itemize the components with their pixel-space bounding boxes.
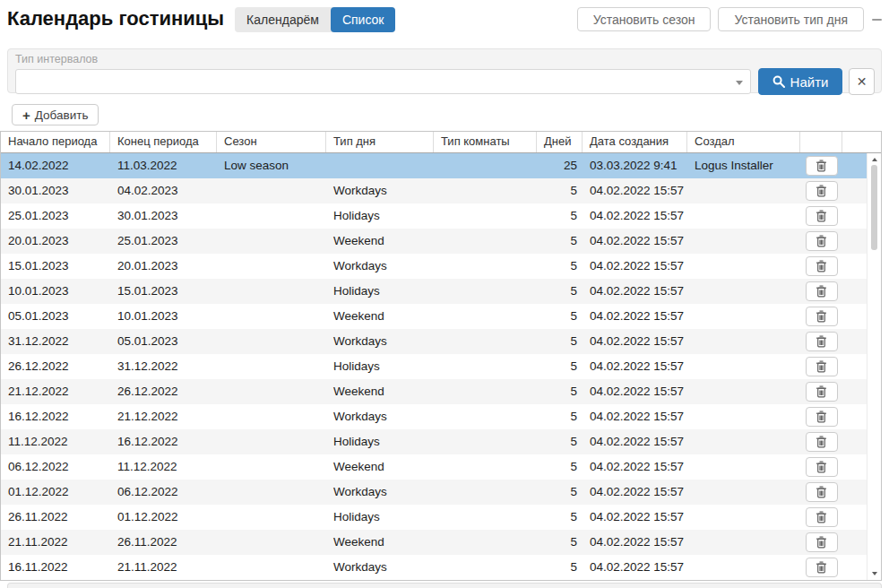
cell-days: 5 [537,530,583,555]
cell-actions [800,379,842,404]
cell-created-at: 04.02.2022 15:57 [583,304,687,329]
cell-end: 06.12.2022 [110,480,217,505]
table-row[interactable]: 16.12.202221.12.2022Workdays504.02.2022 … [1,404,881,429]
cell-days: 5 [537,203,583,229]
vertical-scrollbar[interactable] [867,153,881,580]
cell-end: 16.12.2022 [110,429,217,454]
cell-end: 21.12.2022 [110,404,217,429]
interval-type-select[interactable] [15,69,751,94]
table-row[interactable]: 25.01.202330.01.2023Holidays504.02.2022 … [1,203,881,229]
delete-row-button[interactable] [806,558,838,577]
trash-icon [816,310,827,323]
table-row[interactable]: 14.02.202211.03.2022Low season2503.03.20… [1,153,881,178]
cell-room-type [434,254,537,279]
delete-row-button[interactable] [806,457,838,477]
column-header-room-type[interactable]: Тип комнаты [434,132,537,152]
cell-room-type [434,480,537,505]
triangle-up-icon [872,158,877,161]
set-day-type-button[interactable]: Установить тип дня [718,7,864,31]
cell-day-type: Holidays [326,354,434,379]
delete-row-button[interactable] [806,382,838,402]
view-toggle-calendar[interactable]: Календарём [235,7,331,32]
table-row[interactable]: 26.12.202231.12.2022Holidays504.02.2022 … [1,354,881,379]
table-row[interactable]: 26.11.202201.12.2022Holidays504.02.2022 … [1,505,881,530]
delete-row-button[interactable] [806,357,838,376]
clear-filter-button[interactable]: ✕ [849,68,875,95]
set-season-button[interactable]: Установить сезон [577,7,712,31]
cell-end: 26.12.2022 [110,379,217,404]
cell-room-type [434,304,537,329]
intervals-grid: Начало периода Конец периода Сезон Тип д… [0,131,882,581]
cell-day-type: Weekend [326,379,434,404]
collapse-dash-icon[interactable] [872,19,882,21]
column-header-period-end[interactable]: Конец периода [110,132,217,152]
cell-season [217,304,326,329]
column-header-day-type[interactable]: Тип дня [326,132,434,152]
cell-start: 10.01.2023 [1,279,110,304]
delete-row-button[interactable] [806,281,838,301]
cell-day-type: Workdays [326,480,434,505]
delete-row-button[interactable] [806,432,838,452]
table-row[interactable]: 16.11.202221.11.2022Workdays504.02.2022 … [1,555,881,580]
table-row[interactable]: 10.01.202315.01.2023Holidays504.02.2022 … [1,279,881,304]
trash-icon [816,536,827,549]
table-row[interactable]: 06.12.202211.12.2022Weekend504.02.2022 1… [1,454,881,480]
cell-season [217,229,326,254]
cell-created-at: 04.02.2022 15:57 [583,203,687,229]
delete-row-button[interactable] [806,231,838,251]
delete-row-button[interactable] [806,307,838,326]
table-row[interactable]: 11.12.202216.12.2022Holidays504.02.2022 … [1,429,881,454]
cell-day-type: Holidays [326,279,434,304]
table-row[interactable]: 01.12.202206.12.2022Workdays504.02.2022 … [1,480,881,505]
cell-created-at: 04.02.2022 15:57 [583,229,687,254]
chevron-down-icon [736,81,743,85]
cell-created-at: 04.02.2022 15:57 [583,454,687,480]
trash-icon [816,385,827,398]
cell-created-at: 04.02.2022 15:57 [583,178,687,203]
trash-icon [816,260,827,272]
delete-row-button[interactable] [806,532,838,552]
delete-row-button[interactable] [806,507,838,527]
column-header-created-at[interactable]: Дата создания [583,132,687,152]
table-row[interactable]: 31.12.202205.01.2023Workdays504.02.2022 … [1,329,881,354]
cell-actions [800,178,842,203]
view-toggle-list[interactable]: Список [331,7,396,32]
scroll-up-button[interactable] [867,154,881,165]
column-header-created-by[interactable]: Создал [687,132,800,152]
table-row[interactable]: 21.12.202226.12.2022Weekend504.02.2022 1… [1,379,881,404]
cell-day-type: Holidays [326,203,434,229]
table-row[interactable]: 20.01.202325.01.2023Weekend504.02.2022 1… [1,229,881,254]
cell-room-type [434,153,537,178]
delete-row-button[interactable] [806,206,838,226]
delete-row-button[interactable] [806,332,838,351]
filter-label: Тип интервалов [15,53,875,66]
cell-created-by: Logus Installer [687,153,800,178]
cell-end: 21.11.2022 [110,555,217,580]
add-button[interactable]: + Добавить [12,104,99,125]
delete-row-button[interactable] [806,407,838,427]
column-header-season[interactable]: Сезон [217,132,326,152]
cell-season [217,429,326,454]
cell-created-at: 04.02.2022 15:57 [583,254,687,279]
scrollbar-thumb[interactable] [871,165,877,250]
table-row[interactable]: 15.01.202320.01.2023Workdays504.02.2022 … [1,254,881,279]
delete-row-button[interactable] [806,156,838,176]
cell-day-type [326,153,434,178]
delete-row-button[interactable] [806,256,838,276]
table-row[interactable]: 05.01.202310.01.2023Weekend504.02.2022 1… [1,304,881,329]
find-button[interactable]: Найти [758,68,842,95]
column-header-days[interactable]: Дней [537,132,583,152]
delete-row-button[interactable] [806,181,838,201]
cell-created-by [687,279,800,304]
delete-row-button[interactable] [806,482,838,502]
cell-end: 11.12.2022 [110,454,217,480]
column-header-period-start[interactable]: Начало периода [1,132,110,152]
table-row[interactable]: 30.01.202304.02.2023Workdays504.02.2022 … [1,178,881,203]
cell-days: 5 [537,454,583,480]
cell-days: 5 [537,329,583,354]
scroll-down-button[interactable] [867,568,881,579]
top-bar: Календарь гостиницы Календарём Список Ус… [0,0,889,39]
table-row[interactable]: 21.11.202226.11.2022Weekend504.02.2022 1… [1,530,881,555]
cell-room-type [434,229,537,254]
cell-room-type [434,279,537,304]
